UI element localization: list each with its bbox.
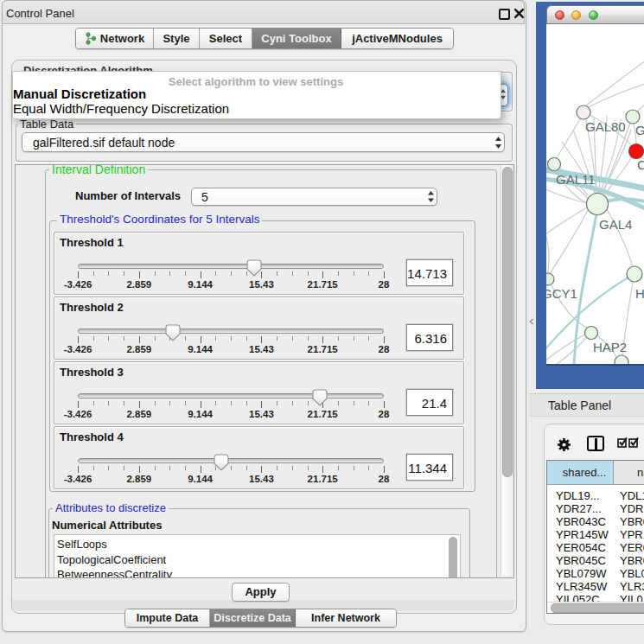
svg-text:H: H [635,286,644,301]
svg-text:C: C [637,157,644,172]
svg-text:GAL11: GAL11 [556,172,596,187]
svg-text:GAL80: GAL80 [585,119,626,134]
svg-text:GAL4: GAL4 [599,217,632,232]
svg-text:GA: GA [635,123,644,137]
svg-text:GCY1: GCY1 [546,286,577,301]
svg-text:HAP2: HAP2 [593,340,627,354]
